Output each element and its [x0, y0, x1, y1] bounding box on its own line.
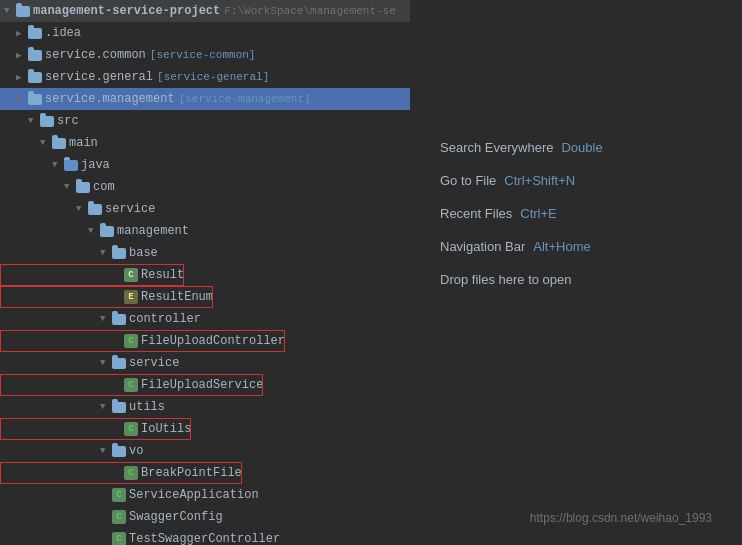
search-hint-shortcut: Double — [561, 140, 602, 155]
tree-item-service2[interactable]: service — [0, 352, 410, 374]
management-pkg-icon — [100, 226, 114, 237]
tree-item-serviceapplication[interactable]: ServiceApplication — [0, 484, 410, 506]
serviceapplication-label: ServiceApplication — [129, 488, 259, 502]
swaggerconfig-label: SwaggerConfig — [129, 510, 223, 524]
drop-files-hint: Drop files here to open — [440, 272, 572, 287]
result-class-icon — [124, 268, 138, 282]
base-arrow — [100, 248, 112, 258]
tree-item-src[interactable]: src — [0, 110, 410, 132]
nav-hint-shortcut: Alt+Home — [533, 239, 590, 254]
fileuploadcontroller-icon — [124, 334, 138, 348]
recent-hint-row: Recent Files Ctrl+E — [440, 206, 557, 221]
tree-item-com[interactable]: com — [0, 176, 410, 198]
idea-folder-icon — [28, 28, 42, 39]
goto-hint-row: Go to File Ctrl+Shift+N — [440, 173, 575, 188]
service-pkg-icon — [88, 204, 102, 215]
tree-item-main[interactable]: main — [0, 132, 410, 154]
tree-item-result[interactable]: Result — [0, 264, 184, 286]
breakpointfile-label: BreakPointFile — [141, 466, 242, 480]
fileuploadservice-icon — [124, 378, 138, 392]
tree-item-testswaggercontroller[interactable]: TestSwaggerController — [0, 528, 410, 545]
serviceapplication-icon — [112, 488, 126, 502]
nav-hint-row: Navigation Bar Alt+Home — [440, 239, 591, 254]
service2-icon — [112, 358, 126, 369]
com-arrow — [64, 182, 76, 192]
recent-hint-shortcut: Ctrl+E — [520, 206, 556, 221]
service-pkg-label: service — [105, 202, 155, 216]
vo-icon — [112, 446, 126, 457]
tree-item-service-general[interactable]: service.general [service-general] — [0, 66, 410, 88]
fileuploadcontroller-label: FileUploadController — [141, 334, 285, 348]
tree-item-breakpointfile[interactable]: BreakPointFile — [0, 462, 242, 484]
controller-arrow — [100, 314, 112, 324]
tree-item-swaggerconfig[interactable]: SwaggerConfig — [0, 506, 410, 528]
testswaggercontroller-icon — [112, 532, 126, 545]
fileuploadservice-label: FileUploadService — [141, 378, 263, 392]
tree-item-resultenum[interactable]: ResultEnum — [0, 286, 213, 308]
service2-arrow — [100, 358, 112, 368]
management-pkg-label: management — [117, 224, 189, 238]
ioutils-icon — [124, 422, 138, 436]
service-management-label: service.management — [45, 92, 175, 106]
tree-item-idea[interactable]: .idea — [0, 22, 410, 44]
service-general-icon — [28, 72, 42, 83]
service-pkg-arrow — [76, 204, 88, 214]
root-path: F:\WorkSpace\management-se — [224, 5, 396, 17]
goto-hint-label: Go to File — [440, 173, 496, 188]
vo-arrow — [100, 446, 112, 456]
idea-label: .idea — [45, 26, 81, 40]
base-icon — [112, 248, 126, 259]
tree-item-service-pkg[interactable]: service — [0, 198, 410, 220]
hints-panel: Search Everywhere Double Go to File Ctrl… — [410, 0, 742, 545]
service-management-icon — [28, 94, 42, 105]
tree-item-fileuploadservice[interactable]: FileUploadService — [0, 374, 263, 396]
tree-item-ioutils[interactable]: IoUtils — [0, 418, 191, 440]
src-icon — [40, 116, 54, 127]
tree-item-service-management[interactable]: service.management [service-management] — [0, 88, 410, 110]
tree-item-service-common[interactable]: service.common [service-common] — [0, 44, 410, 66]
tree-item-controller[interactable]: controller — [0, 308, 410, 330]
service-general-label: service.general — [45, 70, 153, 84]
com-icon — [76, 182, 90, 193]
tree-item-management-pkg[interactable]: management — [0, 220, 410, 242]
result-label: Result — [141, 268, 184, 282]
goto-hint-shortcut: Ctrl+Shift+N — [504, 173, 575, 188]
service-management-arrow — [16, 94, 28, 104]
vo-label: vo — [129, 444, 143, 458]
main-arrow — [40, 138, 52, 148]
management-pkg-arrow — [88, 226, 100, 236]
service-general-module: [service-general] — [157, 71, 269, 83]
main-icon — [52, 138, 66, 149]
service-common-arrow — [16, 50, 28, 61]
utils-arrow — [100, 402, 112, 412]
root-folder-icon — [16, 6, 30, 17]
search-hint-row: Search Everywhere Double — [440, 140, 603, 155]
src-label: src — [57, 114, 79, 128]
service-general-arrow — [16, 72, 28, 83]
idea-arrow — [16, 28, 28, 39]
testswaggercontroller-label: TestSwaggerController — [129, 532, 280, 545]
java-icon — [64, 160, 78, 171]
base-label: base — [129, 246, 158, 260]
tree-item-vo[interactable]: vo — [0, 440, 410, 462]
tree-item-utils[interactable]: utils — [0, 396, 410, 418]
tree-root[interactable]: management-service-project F:\WorkSpace\… — [0, 0, 410, 22]
utils-label: utils — [129, 400, 165, 414]
tree-item-base[interactable]: base — [0, 242, 410, 264]
service-management-module: [service-management] — [179, 93, 311, 105]
src-arrow — [28, 116, 40, 126]
com-label: com — [93, 180, 115, 194]
service-common-icon — [28, 50, 42, 61]
ioutils-label: IoUtils — [141, 422, 191, 436]
root-label: management-service-project — [33, 4, 220, 18]
resultenum-label: ResultEnum — [141, 290, 213, 304]
tree-item-java[interactable]: java — [0, 154, 410, 176]
tree-item-fileuploadcontroller[interactable]: FileUploadController — [0, 330, 285, 352]
java-label: java — [81, 158, 110, 172]
utils-icon — [112, 402, 126, 413]
service-common-label: service.common — [45, 48, 146, 62]
java-arrow — [52, 160, 64, 170]
blog-url: https://blog.csdn.net/weihao_1993 — [530, 511, 712, 525]
nav-hint-label: Navigation Bar — [440, 239, 525, 254]
search-hint-label: Search Everywhere — [440, 140, 553, 155]
